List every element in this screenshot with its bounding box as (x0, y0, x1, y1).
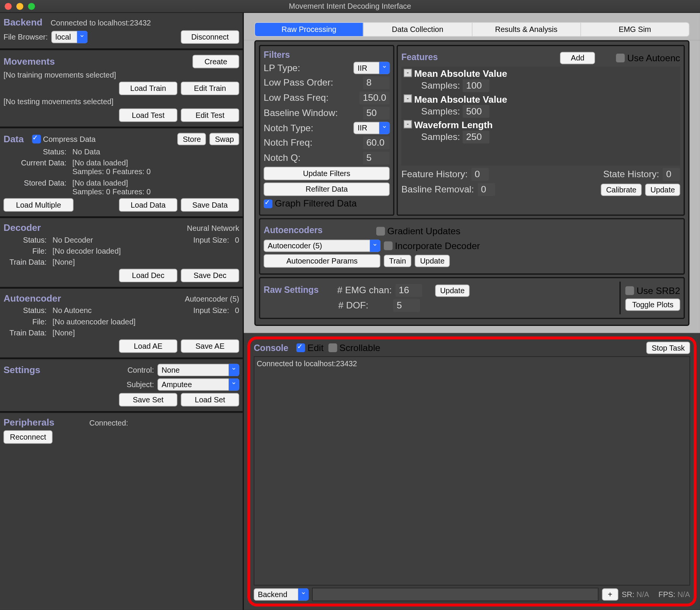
incorporate-decoder-checkbox[interactable]: Incorporate Decoder (384, 240, 480, 251)
disconnect-button[interactable]: Disconnect (181, 30, 239, 44)
notch-freq-input[interactable]: 60.0 (363, 137, 390, 149)
console-line: Connected to localhost:23432 (257, 359, 687, 368)
store-button[interactable]: Store (178, 133, 206, 145)
notch-q-input[interactable]: 5 (363, 152, 390, 165)
autoencoder-params-button[interactable]: Autoencoder Params (264, 254, 380, 268)
file-browser-select[interactable]: local (51, 31, 88, 43)
console-heading: Console (254, 343, 288, 353)
decoder-type: Neural Network (187, 224, 239, 232)
autoenc-heading: Autoencoder (3, 293, 61, 304)
tab-raw-processing[interactable]: Raw Processing (255, 23, 364, 36)
feature-item: - Mean Absolute Value Samples: 100 (404, 69, 678, 92)
decoder-file-value: [No decoder loaded] (52, 247, 121, 256)
load-ae-button[interactable]: Load AE (119, 339, 177, 353)
load-data-button[interactable]: Load Data (119, 198, 177, 211)
use-autoenc-checkbox[interactable]: Use Autoenc (616, 53, 680, 64)
console-command-input[interactable] (312, 588, 598, 601)
remove-feature-icon[interactable]: - (404, 94, 412, 102)
console-edit-checkbox[interactable]: Edit (296, 343, 323, 353)
tab-results-analysis[interactable]: Results & Analysis (472, 23, 581, 36)
swap-button[interactable]: Swap (210, 133, 239, 145)
stop-task-button[interactable]: Stop Task (646, 342, 690, 354)
lp-order-label: Low Pass Order: (264, 78, 333, 88)
remove-feature-icon[interactable]: - (404, 120, 412, 128)
subject-select[interactable]: Amputee (158, 378, 239, 391)
notch-type-label: Notch Type: (264, 123, 313, 133)
decoder-status-label: Status: (3, 235, 49, 244)
no-train-text: [No training movements selected] (3, 71, 116, 79)
autoenc-file-label: File: (3, 317, 49, 326)
remove-feature-icon[interactable]: - (404, 69, 412, 77)
lp-freq-label: Low Pass Freq: (264, 93, 328, 103)
sr-value: N/A (636, 590, 649, 599)
tab-data-collection[interactable]: Data Collection (364, 23, 473, 36)
autoencoder-train-button[interactable]: Train (384, 255, 411, 267)
baseline-window-input[interactable]: 50 (363, 107, 390, 120)
refilter-data-button[interactable]: Refilter Data (264, 183, 390, 196)
console-target-select[interactable]: Backend (254, 588, 309, 600)
lp-type-select[interactable]: IIR (353, 62, 390, 74)
feature-name: Mean Absolute Value (414, 69, 507, 79)
add-feature-button[interactable]: Add (560, 52, 595, 64)
gradient-updates-checkbox[interactable]: Gradient Updates (376, 226, 460, 237)
autoencoder-update-button[interactable]: Update (415, 255, 450, 267)
save-dec-button[interactable]: Save Dec (181, 269, 239, 282)
feature-history-label: Feature History: (401, 169, 468, 180)
data-status-value: No Data (72, 148, 100, 156)
edit-test-button[interactable]: Edit Test (181, 108, 239, 122)
control-select[interactable]: None (158, 364, 239, 376)
feature-list[interactable]: - Mean Absolute Value Samples: 100 - Mea… (401, 67, 680, 166)
features-update-button[interactable]: Update (645, 183, 680, 195)
save-data-button[interactable]: Save Data (181, 198, 239, 211)
lp-freq-input[interactable]: 150.0 (359, 92, 390, 105)
feature-samples-input[interactable]: 250 (463, 130, 490, 143)
autoenc-status-label: Status: (3, 306, 49, 315)
compress-data-checkbox[interactable]: Compress Data (32, 135, 96, 143)
feature-item: - Mean Absolute Value Samples: 500 (404, 94, 678, 118)
emg-chan-input[interactable]: 16 (395, 284, 422, 297)
edit-train-button[interactable]: Edit Train (181, 82, 239, 95)
load-dec-button[interactable]: Load Dec (119, 269, 177, 282)
console-add-button[interactable]: + (602, 588, 618, 600)
sr-label: SR: (622, 590, 634, 599)
current-data-label: Current Data: (3, 159, 69, 167)
load-test-button[interactable]: Load Test (119, 108, 177, 122)
autoencoder-select[interactable]: Autoencoder (5) (264, 240, 380, 252)
decoder-input-size-value: 0 (235, 235, 239, 244)
lp-order-input[interactable]: 8 (363, 76, 390, 89)
use-srb2-checkbox[interactable]: Use SRB2 (625, 286, 680, 296)
feature-history-input[interactable]: 0 (471, 168, 489, 181)
backend-heading: Backend (3, 17, 42, 28)
features-heading: Features (401, 52, 438, 62)
console-output[interactable]: Connected to localhost:23432 (254, 356, 690, 586)
state-history-input[interactable]: 0 (663, 168, 680, 181)
graph-filtered-checkbox[interactable]: Graph Filtered Data (264, 198, 357, 209)
tab-emg-sim[interactable]: EMG Sim (581, 23, 689, 36)
fps-value: N/A (678, 590, 690, 599)
update-filters-button[interactable]: Update Filters (264, 167, 390, 180)
dof-label: # DOF: (338, 300, 390, 311)
dof-input[interactable]: 5 (393, 299, 420, 312)
baseline-window-label: Baseline Window: (264, 108, 338, 119)
stored-data-sf: Samples: 0 Features: 0 (72, 187, 151, 196)
create-button[interactable]: Create (192, 55, 239, 68)
load-multiple-button[interactable]: Load Multiple (3, 198, 73, 211)
console-scrollable-checkbox[interactable]: Scrollable (328, 343, 380, 353)
reconnect-button[interactable]: Reconnect (3, 430, 52, 444)
feature-samples-input[interactable]: 100 (463, 79, 490, 92)
notch-type-select[interactable]: IIR (353, 122, 390, 134)
autoenc-file-value: [No autoencoder loaded] (52, 317, 135, 326)
toggle-plots-button[interactable]: Toggle Plots (625, 298, 680, 310)
baseline-removal-input[interactable]: 0 (477, 183, 495, 196)
calibrate-button[interactable]: Calibrate (601, 183, 641, 195)
fps-label: FPS: (659, 590, 675, 599)
load-train-button[interactable]: Load Train (119, 82, 177, 95)
peripherals-connected-label: Connected: (89, 418, 128, 427)
save-ae-button[interactable]: Save AE (181, 339, 239, 353)
feature-name: Mean Absolute Value (414, 94, 507, 105)
raw-update-button[interactable]: Update (435, 284, 470, 296)
load-set-button[interactable]: Load Set (181, 393, 239, 406)
save-set-button[interactable]: Save Set (119, 393, 177, 406)
autoenc-type: Autoencoder (5) (185, 294, 239, 303)
feature-samples-input[interactable]: 500 (463, 105, 490, 118)
